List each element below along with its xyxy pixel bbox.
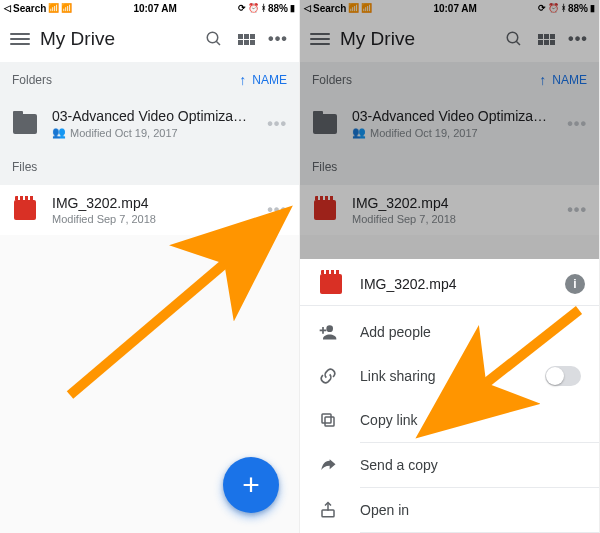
empty-area: +	[0, 235, 299, 533]
svg-rect-8	[322, 510, 334, 517]
alarm-icon: ⏰	[248, 3, 259, 13]
sheet-title: IMG_3202.mp4	[360, 276, 549, 292]
link-icon	[318, 366, 338, 386]
folder-icon	[13, 114, 37, 134]
search-icon[interactable]	[203, 30, 225, 48]
page-title: My Drive	[40, 28, 193, 50]
svg-point-5	[326, 325, 333, 332]
folder-modified: Modified Oct 19, 2017	[70, 127, 178, 139]
video-file-icon	[14, 200, 36, 220]
sort-arrow-icon: ↑	[239, 72, 246, 88]
sheet-item-label: Link sharing	[360, 368, 523, 384]
svg-line-2	[70, 225, 270, 395]
svg-line-1	[216, 41, 220, 45]
battery-percentage: 88%	[268, 3, 288, 14]
screenshot-right: ◁ Search 📶 📶 10:07 AM ⟳ ⏰ ᚼ 88% ▮ My Dri…	[300, 0, 600, 533]
file-row[interactable]: IMG_3202.mp4 Modified Sep 7, 2018 •••	[0, 185, 299, 235]
svg-rect-7	[322, 414, 331, 423]
share-arrow-icon	[318, 455, 338, 475]
overflow-menu-icon[interactable]: •••	[267, 30, 289, 48]
app-header: My Drive •••	[0, 16, 299, 62]
svg-rect-6	[325, 417, 334, 426]
wifi-icon: 📶	[61, 3, 72, 13]
sheet-open-in[interactable]: Open in	[300, 488, 599, 532]
section-label: Files	[12, 160, 37, 174]
video-file-icon	[320, 274, 342, 294]
folder-row[interactable]: 03-Advanced Video Optimization 👥 Modifie…	[0, 98, 299, 149]
ios-status-bar: ◁ Search 📶 📶 10:07 AM ⟳ ⏰ ᚼ 88% ▮	[0, 0, 299, 16]
sheet-item-label: Add people	[360, 324, 581, 340]
file-modified: Modified Sep 7, 2018	[52, 213, 156, 225]
menu-icon[interactable]	[10, 33, 30, 45]
svg-point-0	[207, 32, 218, 43]
sheet-item-label: Open in	[360, 502, 581, 518]
folder-name: 03-Advanced Video Optimization	[52, 108, 249, 124]
copy-icon	[318, 410, 338, 430]
plus-icon: +	[242, 470, 260, 500]
sheet-send-copy[interactable]: Send a copy	[300, 443, 599, 487]
rotation-lock-icon: ⟳	[238, 3, 246, 13]
info-icon[interactable]: i	[565, 274, 585, 294]
link-sharing-toggle[interactable]	[545, 366, 581, 386]
section-files: Files	[0, 149, 299, 185]
file-more-icon[interactable]: •••	[263, 201, 291, 219]
sheet-item-label: Copy link	[360, 412, 581, 428]
section-label: Folders	[12, 73, 52, 87]
view-grid-icon[interactable]	[235, 34, 257, 45]
bottom-sheet: IMG_3202.mp4 i Add people Link sharing C…	[300, 259, 599, 533]
open-in-icon	[318, 500, 338, 520]
sheet-copy-link[interactable]: Copy link	[300, 398, 599, 442]
signal-icon: 📶	[48, 3, 59, 13]
sheet-add-people[interactable]: Add people	[300, 310, 599, 354]
screenshot-left: ◁ Search 📶 📶 10:07 AM ⟳ ⏰ ᚼ 88% ▮ My Dri…	[0, 0, 300, 533]
add-person-icon	[318, 322, 338, 342]
sheet-link-sharing[interactable]: Link sharing	[300, 354, 599, 398]
status-time: 10:07 AM	[72, 3, 238, 14]
sort-button[interactable]: ↑ NAME	[239, 72, 287, 88]
folder-more-icon[interactable]: •••	[263, 115, 291, 133]
sort-label: NAME	[252, 73, 287, 87]
file-name: IMG_3202.mp4	[52, 195, 249, 211]
section-folders: Folders ↑ NAME	[0, 62, 299, 98]
add-fab-button[interactable]: +	[223, 457, 279, 513]
shared-icon: 👥	[52, 126, 66, 139]
battery-icon: ▮	[290, 3, 295, 13]
bluetooth-icon: ᚼ	[261, 3, 266, 13]
back-app-label[interactable]: Search	[13, 3, 46, 14]
sheet-item-label: Send a copy	[360, 457, 581, 473]
back-chevron-icon[interactable]: ◁	[4, 3, 11, 13]
